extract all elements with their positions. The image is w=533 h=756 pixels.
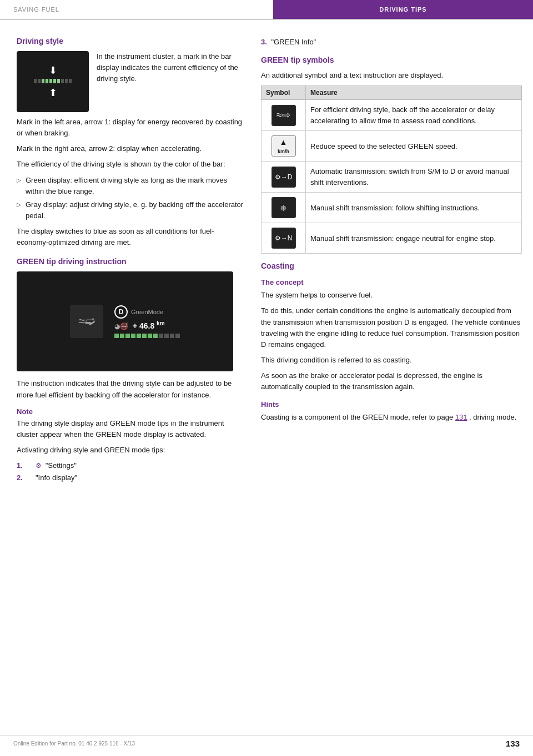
table-row: ⎈ Manual shift transmission: follow shif… [262, 193, 522, 223]
footer-text: Online Edition for Part no. 01 40 2 925 … [13, 740, 135, 747]
concept-title: The concept [261, 278, 522, 286]
eco-drive-icon: ≈⇨ [271, 105, 296, 126]
green-driving-para1: The instruction indicates that the drivi… [17, 378, 244, 400]
symbol-table: Symbol Measure ≈⇨ For efficient driving … [261, 85, 522, 254]
table-row: ▲ km/h Reduce speed to the selected GREE… [262, 131, 522, 162]
measure-cell-5: Manual shift transmission: engage neutra… [306, 223, 522, 254]
green-driving-section: GREEN tip driving instruction ≈➫ D Green… [17, 257, 244, 400]
measure-cell-3: Automatic transmission: switch from S/M … [306, 162, 522, 193]
neutral-icon: ⚙→N [271, 228, 296, 249]
bullet-item-2: Gray display: adjust driving style, e. g… [17, 199, 244, 221]
green-mode-label: GreenMode [131, 309, 163, 315]
driving-style-intro: ⬇ ⬆ In the instrument cluster, a mark in… [17, 51, 244, 117]
header-left: SAVING FUEL [0, 0, 273, 19]
driving-style-section: Driving style ⬇ ⬆ In the instrument clus… [17, 37, 244, 248]
numbered-list: 1. ⚙ "Settings" 2. "Info display" [17, 460, 244, 483]
item-1-label: ⚙ "Settings" [36, 461, 77, 470]
symbol-cell-3: ⚙→D [262, 162, 306, 193]
num-1: 1. [17, 460, 23, 471]
coasting-para4: As soon as the brake or accelerator peda… [261, 370, 522, 392]
manual-shift-icon: ⎈ [271, 197, 296, 218]
numbered-item-2: 2. "Info display" [17, 472, 244, 483]
d-circle: D [114, 305, 128, 319]
green-tip-symbols-section: GREEN tip symbols An additional symbol a… [261, 56, 522, 254]
cluster-image: ⬇ ⬆ [17, 51, 89, 112]
coasting-para2: To do this, under certain conditions the… [261, 305, 522, 350]
header-right: DRIVING TIPS [273, 0, 533, 19]
right-num-3: 3. [261, 38, 267, 46]
page-header: SAVING FUEL DRIVING TIPS [0, 0, 533, 20]
col-measure: Measure [306, 86, 522, 100]
num-2: 2. [17, 472, 23, 483]
green-display-inner: ≈➫ D GreenMode ◕🚭 + 46.8 km [70, 305, 180, 338]
coasting-para1: The system helps to conserve fuel. [261, 290, 522, 301]
arrow-up-icon: ⬆ [49, 87, 57, 99]
col-symbol: Symbol [262, 86, 306, 100]
table-header-row: Symbol Measure [262, 86, 522, 100]
page-link[interactable]: 131 [455, 413, 467, 421]
driving-style-bullets: Green display: efficient driving style a… [17, 175, 244, 222]
right-column: 3. "GREEN Info" GREEN tip symbols An add… [255, 31, 533, 493]
symbol-cell-1: ≈⇨ [262, 100, 306, 131]
coasting-section: Coasting The concept The system helps to… [261, 261, 522, 423]
symbol-cell-4: ⎈ [262, 193, 306, 223]
hints-title: Hints [261, 400, 522, 409]
page-footer: Online Edition for Part no. 01 40 2 925 … [0, 735, 533, 748]
table-row: ⚙→N Manual shift transmission: engage ne… [262, 223, 522, 254]
driving-style-title: Driving style [17, 37, 244, 46]
table-row: ≈⇨ For efficient driving style, back off… [262, 100, 522, 131]
numbered-item-1: 1. ⚙ "Settings" [17, 460, 244, 471]
kmh-icon: ▲ km/h [271, 135, 296, 157]
main-content: Driving style ⬇ ⬆ In the instrument clus… [0, 20, 533, 516]
coasting-title: Coasting [261, 261, 522, 270]
green-driving-title: GREEN tip driving instruction [17, 257, 244, 266]
note-section: Note The driving style display and GREEN… [17, 407, 244, 484]
green-display-image: ≈➫ D GreenMode ◕🚭 + 46.8 km [17, 271, 233, 371]
symbol-cell-5: ⚙→N [262, 223, 306, 254]
green-tip-symbols-intro: An additional symbol and a text instruct… [261, 70, 522, 81]
note-title: Note [17, 407, 244, 416]
page-number: 133 [506, 739, 520, 748]
driving-style-para3: Mark in the right area, arrow 2: display… [17, 143, 244, 154]
item-2-label: "Info display" [36, 473, 77, 482]
measure-cell-2: Reduce speed to the selected GREEN speed… [306, 131, 522, 162]
coasting-para3: This driving condition is referred to as… [261, 355, 522, 366]
cluster-bar-dots [34, 79, 72, 83]
arrow-down-icon: ⬇ [49, 64, 57, 77]
note-para2: Activating driving style and GREEN mode … [17, 445, 244, 456]
driving-tips-label: DRIVING TIPS [379, 6, 426, 13]
measure-cell-4: Manual shift transmission: follow shifti… [306, 193, 522, 223]
driving-style-para4: The efficiency of the driving style is s… [17, 159, 244, 170]
driving-style-para5: The display switches to blue as soon as … [17, 226, 244, 248]
table-row: ⚙→D Automatic transmission: switch from … [262, 162, 522, 193]
measure-cell-1: For efficient driving style, back off th… [306, 100, 522, 131]
left-column: Driving style ⬇ ⬆ In the instrument clus… [0, 31, 255, 493]
green-bar-row [114, 334, 180, 338]
saving-fuel-label: SAVING FUEL [13, 6, 59, 13]
bullet-item-1: Green display: efficient driving style a… [17, 175, 244, 197]
auto-d-icon: ⚙→D [271, 167, 296, 188]
right-num-item-3: 3. "GREEN Info" [261, 37, 522, 48]
symbol-cell-2: ▲ km/h [262, 131, 306, 162]
driving-style-para2: Mark in the left area, arrow 1: display … [17, 117, 244, 139]
right-item-3-label: "GREEN Info" [271, 38, 316, 46]
green-tip-symbols-title: GREEN tip symbols [261, 56, 522, 64]
wave-icon: ≈➫ [78, 314, 95, 329]
hints-para: Coasting is a component of the GREEN mod… [261, 412, 522, 423]
note-para1: The driving style display and GREEN mode… [17, 418, 244, 440]
green-info-area: D GreenMode ◕🚭 + 46.8 km [114, 305, 180, 339]
green-mode-row: D GreenMode [114, 305, 180, 319]
green-icon-area: ≈➫ [70, 305, 103, 338]
green-distance-row: ◕🚭 + 46.8 km [114, 321, 180, 331]
